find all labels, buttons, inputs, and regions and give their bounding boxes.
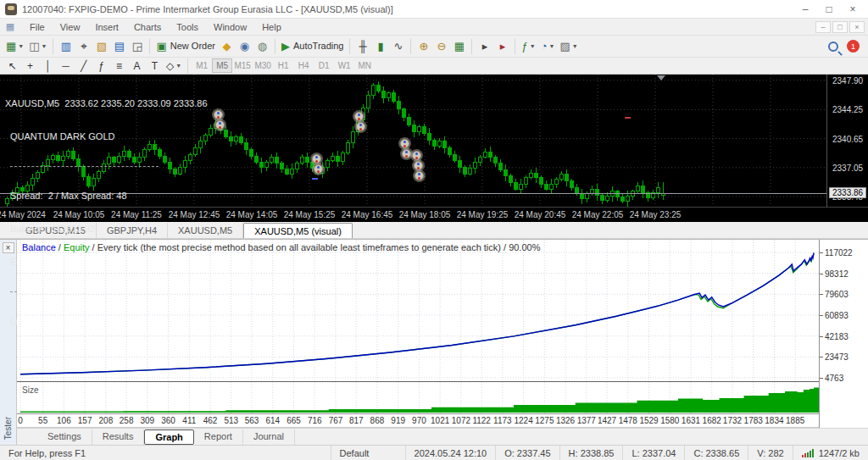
menu-item[interactable]: Insert [87,20,126,34]
timeframe-mn[interactable]: MN [354,58,375,73]
step-forward-button[interactable]: ▸ ▼ [476,38,493,55]
tester-x-tick-label: 919 [391,416,405,425]
chart-shift-marker[interactable] [657,75,665,80]
periods-button[interactable]: ◔ ▼ [538,38,558,55]
status-bar-time: 2024.05.24 12:10 [405,446,496,460]
vertical-line-button[interactable]: │ ▼ [39,58,57,75]
tester-y-tick-label: 42183 [825,332,849,341]
size-graph-canvas[interactable] [17,382,819,414]
toolbar-icon: ◔ [541,41,548,52]
window-close-button[interactable]: × [841,2,865,17]
time-axis: 24 May 202424 May 10:0524 May 11:2524 Ma… [0,207,868,222]
tester-x-tick-label: 1021 [431,416,449,425]
experts-button[interactable]: ◉ ▼ [236,38,253,55]
menu-item[interactable]: Charts [126,20,169,34]
menu-item[interactable]: View [53,20,88,34]
timeframe-w1[interactable]: W1 [334,58,354,73]
trade-marker-icon [415,171,424,180]
chevron-down-icon: ▼ [42,43,47,49]
chevron-down-icon: ▼ [18,43,24,49]
zoom-in-button[interactable]: ⊕ ▼ [415,38,432,55]
menu-item[interactable]: File [22,20,53,34]
toolbar-separator [275,39,275,54]
tile-windows-button[interactable]: ▦ ▼ [450,38,468,55]
metaeditor-button[interactable]: ◆ ▼ [218,38,236,55]
tester-x-tick-label: 157 [78,416,92,425]
child-minimize-button[interactable]: – [815,21,831,33]
timeframe-h4[interactable]: H4 [293,58,314,73]
channels-button[interactable]: ≡ ▼ [110,58,128,75]
toolbar-icon: ⌖ [81,41,86,52]
ea-name: QUANTUM DARK GOLD [5,131,208,142]
tester-x-axis: 0551061572082583093604114625135636146657… [17,414,819,428]
tester-tab-settings[interactable]: Settings [37,430,92,445]
tester-x-tick-label: 1326 [556,416,575,425]
tester-x-tick-label: 309 [141,416,155,425]
trade-marker-icon [400,139,409,148]
skip-to-end-button[interactable]: ▸ ▼ [493,38,511,55]
status-volume: V: 282 [748,446,792,460]
timeframe-d1[interactable]: D1 [314,58,334,73]
candlestick-chart-button[interactable]: ▮ ▼ [371,38,389,55]
line-chart-button[interactable]: ∿ ▼ [389,38,407,55]
cursor-button[interactable]: ↖ ▼ [3,58,21,75]
text-label-button[interactable]: T ▼ [146,58,164,75]
tester-tab-results[interactable]: Results [92,430,145,445]
terminal-button[interactable]: ▤ ▼ [110,38,128,55]
tester-x-tick-label: 0 [18,416,23,425]
menu-item[interactable]: Help [254,20,289,34]
tester-graph-canvas[interactable] [17,240,819,382]
zoom-out-button[interactable]: ⊖ ▼ [432,38,450,55]
fibonacci-button[interactable]: ƒ ▼ [92,58,110,75]
profiles-button[interactable]: ◫ ▼ [26,38,49,55]
window-maximize-button[interactable]: □ [817,2,841,17]
toolbar-icon: ◆ [222,41,231,52]
child-restore-button[interactable]: □ [832,21,848,33]
navigator-button[interactable]: ▧ ▼ [92,38,110,55]
tester-tab-report[interactable]: Report [194,430,243,445]
community-button[interactable]: ◍ ▼ [253,38,271,55]
price-axis[interactable]: 2347.902344.252340.652337.052333.452333.… [826,75,868,207]
size-panel-label: Size [22,385,38,395]
autotrading-button[interactable]: ▶ AutoTrading ▼ [279,38,347,55]
text-button[interactable]: A ▼ [128,58,146,75]
timeframe-h1[interactable]: H1 [273,58,293,73]
child-close-button[interactable]: × [849,21,865,33]
chevron-down-icon: ▼ [175,63,181,69]
chart-tab-xauusd-m5-visual[interactable]: XAUUSD,M5 (visual) [243,223,353,238]
strategy-tester-button[interactable]: ◲ ▼ [128,38,146,55]
toolbar-icon: ▤ [114,41,125,52]
templates-button[interactable]: ▨ ▼ [557,38,580,55]
new-chart-button[interactable]: ▦ ▼ [3,38,26,55]
menu-item[interactable]: Tools [169,20,206,34]
horizontal-line-button[interactable]: ─ ▼ [57,58,75,75]
timeframe-m15[interactable]: M15 [232,58,253,73]
toolbar-icon: ⊖ [437,41,447,52]
tester-tab-graph[interactable]: Graph [144,430,193,445]
drawing-tool-icon: T [152,61,158,71]
notification-badge[interactable]: 1 [847,40,860,53]
trendline-button[interactable]: ╱ ▼ [75,58,92,75]
status-low: L: 2337.04 [622,446,684,460]
toolbar-icon: ▦ [6,41,16,52]
menu-item[interactable]: Window [206,20,254,34]
timeframe-m1[interactable]: M1 [192,58,212,73]
tester-x-tick-label: 1224 [514,416,532,425]
bar-chart-button[interactable]: ╫ ▼ [353,38,371,55]
new-order-button[interactable]: ▣ New Order ▼ [153,38,217,55]
spread-line: Spread: 2 / Max Spread: 48 [5,191,208,202]
window-minimize-button[interactable]: – [793,2,817,17]
tester-x-tick-label: 716 [308,416,322,425]
toolbar-icon: ◉ [240,41,249,52]
indicators-button[interactable]: ƒ ▼ [519,38,537,55]
crosshair-button[interactable]: + ▼ [21,58,39,75]
tester-y-tick-label: 23473 [825,352,849,362]
search-icon[interactable] [828,42,838,52]
arrows-button[interactable]: ◇ ▼ [164,58,184,75]
market-watch-button[interactable]: ▥ ▼ [57,38,75,55]
timeframe-m30[interactable]: M30 [253,58,273,73]
tester-tab-journal[interactable]: Journal [243,430,295,445]
timeframe-m5[interactable]: M5 [212,58,232,73]
data-window-button[interactable]: ⌖ ▼ [75,38,92,55]
app-icon [5,3,17,15]
